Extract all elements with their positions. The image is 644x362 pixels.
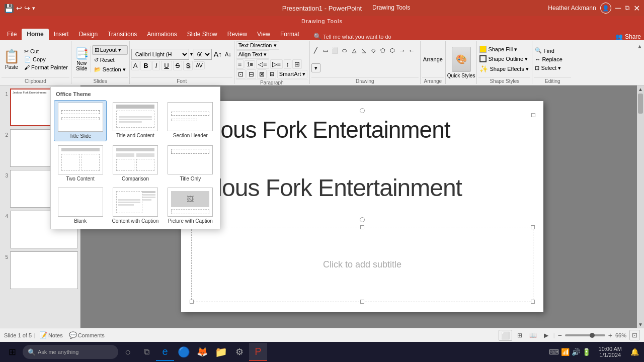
strikethrough-button[interactable]: S: [173, 61, 183, 70]
notes-button[interactable]: 📝 Notes: [37, 330, 65, 340]
explorer-button[interactable]: 📁: [212, 343, 230, 361]
select-button[interactable]: ⊡ Select ▾: [534, 64, 571, 72]
fit-slide-button[interactable]: ⊡: [629, 330, 640, 340]
layout-section-header[interactable]: Section Header: [164, 100, 217, 141]
line-spacing-button[interactable]: ↕: [284, 59, 291, 69]
more-shapes-button[interactable]: ▾: [311, 63, 320, 72]
pentagon-shape[interactable]: ⬠: [378, 46, 387, 55]
oval-shape[interactable]: ⬭: [340, 46, 349, 55]
collapse-ribbon-button[interactable]: ▲: [637, 41, 644, 84]
normal-view-button[interactable]: ⬜: [499, 330, 512, 341]
quick-styles-button[interactable]: 🎨: [452, 47, 471, 72]
layout-content-caption[interactable]: Content with Caption: [109, 186, 162, 226]
tab-file[interactable]: File: [2, 29, 22, 40]
layout-button[interactable]: ⊞ Layout ▾: [92, 45, 128, 55]
tell-me-box[interactable]: 🔍 Tell me what you want to do: [309, 33, 395, 40]
find-button[interactable]: 🔍 Find: [534, 47, 571, 54]
zoom-in-button[interactable]: +: [608, 331, 612, 339]
rect-shape[interactable]: ▭: [321, 46, 330, 55]
decrease-font-button[interactable]: A↓: [224, 51, 232, 57]
rounded-rect-shape[interactable]: ⬜: [331, 46, 340, 55]
battery-icon[interactable]: 🔋: [582, 348, 591, 356]
comments-button[interactable]: 💬 Comments: [67, 330, 107, 340]
tab-design[interactable]: Design: [74, 29, 103, 40]
tab-transitions[interactable]: Transitions: [103, 29, 142, 40]
slide-title[interactable]: ealous Fork Entertainment: [191, 116, 533, 143]
tab-animations[interactable]: Animations: [142, 29, 182, 40]
tab-view[interactable]: View: [252, 29, 275, 40]
restore-button[interactable]: ⧉: [625, 4, 629, 12]
slide-item-5[interactable]: 5: [2, 251, 78, 289]
shape-outline-button[interactable]: Shape Outline ▾: [478, 55, 530, 63]
layout-title-slide[interactable]: Title Slide: [54, 100, 107, 141]
section-button[interactable]: 📂 Section ▾: [92, 65, 128, 74]
settings-button[interactable]: ⚙: [230, 343, 249, 361]
layout-title-content[interactable]: Title and Content: [109, 100, 162, 141]
scroll-up-button[interactable]: ▲: [637, 85, 644, 93]
justify-button[interactable]: ⊞: [268, 70, 276, 78]
zoom-slider[interactable]: [565, 334, 605, 336]
cut-button[interactable]: ✂ Cut: [23, 48, 69, 55]
paste-button[interactable]: 📋 Paste: [2, 48, 22, 71]
account-icon[interactable]: 👤: [600, 3, 611, 14]
chrome-button[interactable]: 🔵: [175, 343, 193, 361]
bold-button[interactable]: B: [140, 61, 151, 70]
back-arrow-shape[interactable]: ←: [407, 46, 416, 55]
scroll-thumb[interactable]: [638, 94, 643, 114]
align-right-button[interactable]: ⊠: [257, 69, 267, 79]
undo-icon[interactable]: ↩: [16, 4, 22, 12]
right-triangle-shape[interactable]: ◺: [359, 46, 368, 55]
tab-slideshow[interactable]: Slide Show: [182, 29, 222, 40]
format-painter-button[interactable]: 🖌 Format Painter: [23, 64, 69, 71]
layout-comparison[interactable]: Comparison: [109, 143, 162, 184]
numbered-button[interactable]: 1≡: [245, 60, 255, 68]
keyboard-icon[interactable]: ⌨: [549, 348, 559, 356]
convert-smartart-button[interactable]: SmartArt ▾: [277, 70, 307, 78]
triangle-shape[interactable]: △: [350, 46, 359, 55]
customize-icon[interactable]: ▾: [32, 5, 35, 12]
tab-review[interactable]: Review: [222, 29, 252, 40]
font-size-select[interactable]: 60: [194, 49, 212, 60]
align-center-button[interactable]: ⊟: [247, 69, 256, 79]
align-left-button[interactable]: ⊡: [236, 69, 246, 79]
tab-home[interactable]: Home: [22, 29, 48, 40]
slide-sorter-button[interactable]: ⊞: [515, 331, 524, 340]
italic-button[interactable]: I: [152, 61, 160, 70]
tab-insert[interactable]: Insert: [49, 29, 74, 40]
text-direction-button[interactable]: Text Direction ▾: [236, 41, 279, 50]
char-spacing-button[interactable]: AV: [194, 61, 205, 69]
columns-button[interactable]: ⊞: [292, 59, 302, 69]
subtitle-placeholder[interactable]: Click to add subtitle: [191, 227, 533, 302]
shape-effects-button[interactable]: ✨ Shape Effects ▾: [478, 64, 530, 73]
scroll-down-button[interactable]: ▼: [637, 321, 644, 328]
reset-button[interactable]: ↺ Reset: [92, 56, 128, 64]
font-family-select[interactable]: Calibri Light (H: [131, 49, 189, 60]
notifications-button[interactable]: 🔔: [627, 343, 642, 361]
reading-view-button[interactable]: 📖: [527, 331, 539, 340]
new-slide-button[interactable]: 📑 New Slide: [73, 46, 91, 72]
zoom-thumb[interactable]: [590, 333, 595, 338]
slideshow-button[interactable]: ▶: [542, 331, 550, 340]
replace-button[interactable]: ↔ Replace: [534, 56, 571, 63]
search-box[interactable]: 🔍 Ask me anything: [23, 345, 118, 359]
clock[interactable]: 10:00 AM 1/1/2024: [596, 346, 625, 358]
vertical-scrollbar[interactable]: ▲ ▼: [637, 85, 644, 328]
arrange-button[interactable]: Arrange: [423, 56, 443, 62]
save-icon[interactable]: 💾: [4, 4, 14, 13]
font-color-button[interactable]: A: [131, 61, 140, 70]
layout-title-only[interactable]: Title Only: [164, 143, 217, 184]
line-shape[interactable]: ╱: [311, 46, 320, 55]
minimize-button[interactable]: ─: [615, 4, 621, 13]
title-rotate-handle[interactable]: [360, 108, 365, 113]
cortana-button[interactable]: ○: [119, 343, 137, 361]
layout-picture-caption[interactable]: 🖼 Picture with Caption: [164, 186, 217, 226]
slide-canvas[interactable]: ealous Fork Entertainment Click to add s…: [181, 101, 543, 312]
share-button[interactable]: Share: [625, 33, 641, 40]
underline-button[interactable]: U: [161, 61, 172, 70]
copy-button[interactable]: 📄 Copy: [23, 56, 69, 63]
arrow-shape[interactable]: →: [397, 46, 407, 55]
increase-indent-button[interactable]: ▷≡: [270, 59, 283, 69]
redo-icon[interactable]: ↪: [24, 4, 30, 12]
font-dropdown-icon[interactable]: ▾: [190, 51, 193, 57]
volume-icon[interactable]: 🔊: [572, 348, 580, 356]
